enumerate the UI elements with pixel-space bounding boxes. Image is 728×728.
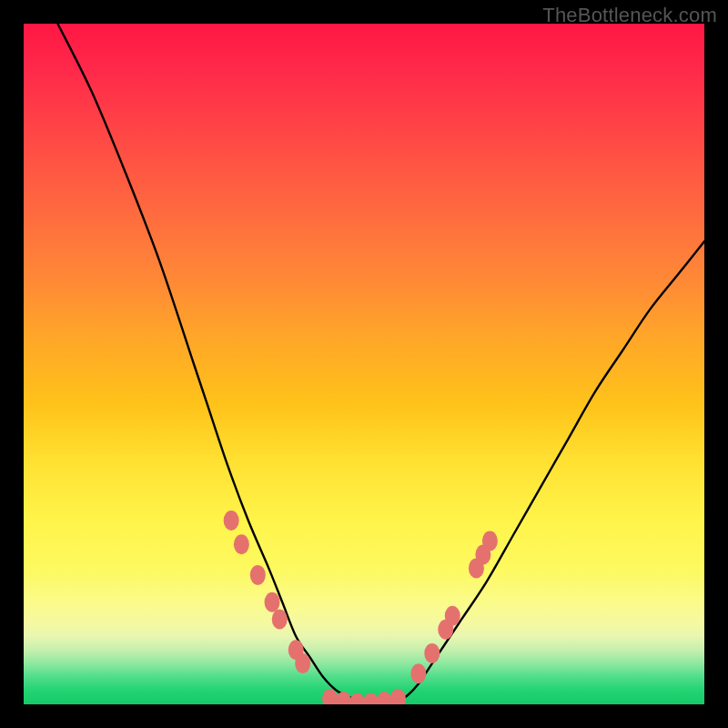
curve-marker xyxy=(322,689,338,704)
marker-group xyxy=(224,511,498,704)
curve-marker xyxy=(377,692,392,704)
curve-group xyxy=(57,24,704,704)
curve-marker xyxy=(445,606,460,626)
curve-marker xyxy=(390,689,406,704)
curve-marker xyxy=(363,693,379,705)
curve-marker xyxy=(424,643,440,663)
bottleneck-curve-path xyxy=(57,24,704,704)
chart-svg xyxy=(24,24,704,704)
curve-marker xyxy=(482,531,498,551)
watermark-text: TheBottleneck.com xyxy=(542,4,717,27)
curve-marker xyxy=(234,534,249,554)
curve-marker xyxy=(336,692,351,704)
app-frame: TheBottleneck.com xyxy=(0,0,728,728)
curve-marker xyxy=(250,565,266,585)
curve-marker xyxy=(272,610,288,630)
curve-marker xyxy=(410,663,426,683)
plot-area xyxy=(24,24,704,704)
curve-marker xyxy=(349,693,365,705)
curve-marker xyxy=(224,511,239,531)
curve-marker xyxy=(265,592,280,612)
curve-marker xyxy=(295,653,310,673)
